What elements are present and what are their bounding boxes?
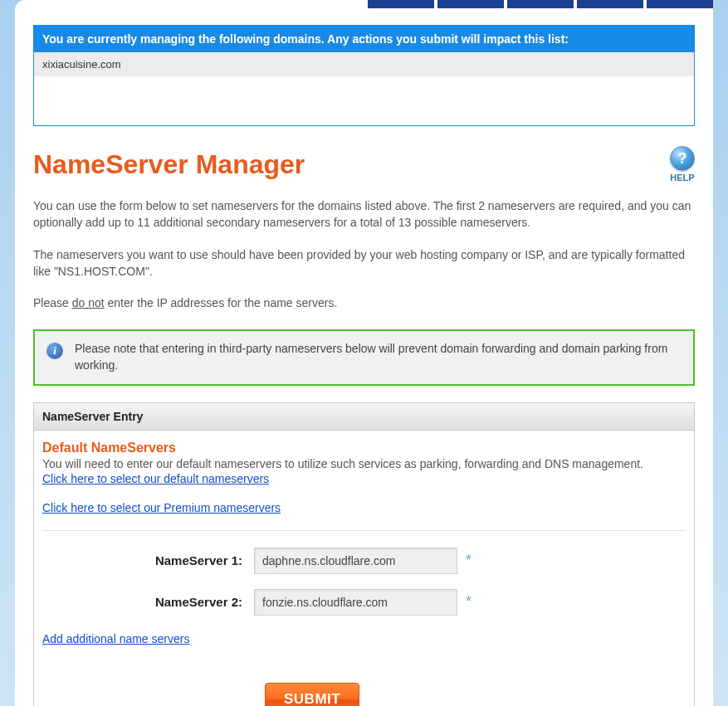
required-star-icon: * (466, 593, 471, 611)
page-title: NameServer Manager (33, 149, 305, 180)
intro-paragraph-1: You can use the form below to set namese… (33, 197, 695, 231)
managed-domains-banner: You are currently managing the following… (33, 25, 695, 126)
nameserver-1-label: NameServer 1: (42, 553, 254, 567)
default-nameservers-desc: You will need to enter our default names… (42, 457, 686, 470)
intro-p3-underlined: do not (72, 296, 105, 309)
entry-header: NameServer Entry (34, 403, 694, 431)
nameserver-entry-panel: NameServer Entry Default NameServers You… (33, 402, 695, 706)
nav-tab[interactable] (368, 0, 434, 8)
nav-tab[interactable] (507, 0, 574, 8)
banner-header: You are currently managing the following… (34, 26, 694, 52)
intro-p3-prefix: Please (33, 296, 72, 309)
help-icon[interactable]: ? (670, 146, 695, 171)
managed-domain-row: xixiacuisine.com (34, 52, 694, 76)
nameserver-row-1: NameServer 1: * (42, 548, 686, 574)
nameserver-1-input[interactable] (254, 548, 457, 574)
add-additional-nameservers-link[interactable]: Add additional name servers (42, 632, 189, 645)
intro-text: You can use the form below to set namese… (33, 197, 695, 311)
intro-p3-suffix: enter the IP addresses for the name serv… (105, 296, 338, 309)
intro-paragraph-3: Please do not enter the IP addresses for… (33, 295, 695, 311)
nameserver-2-input[interactable] (254, 589, 457, 616)
nav-tab[interactable] (577, 0, 643, 8)
select-default-nameservers-link[interactable]: Click here to select our default nameser… (42, 472, 269, 485)
nav-tab[interactable] (647, 0, 713, 8)
submit-button[interactable]: SUBMIT (265, 683, 359, 706)
info-icon: i (46, 343, 63, 359)
nav-tab[interactable] (437, 0, 504, 8)
default-nameservers-title: Default NameServers (42, 441, 686, 455)
divider (42, 530, 686, 531)
notice-text: Please note that entering in third-party… (75, 341, 682, 373)
intro-paragraph-2: The nameservers you want to use should h… (33, 246, 695, 280)
select-premium-nameservers-link[interactable]: Click here to select our Premium nameser… (42, 501, 281, 514)
nameserver-row-2: NameServer 2: * (42, 589, 686, 616)
nameserver-2-label: NameServer 2: (42, 595, 254, 609)
notice-box: i Please note that entering in third-par… (33, 329, 695, 385)
help-label[interactable]: HELP (670, 173, 695, 183)
top-nav-tabs (368, 0, 713, 8)
required-star-icon: * (466, 552, 471, 569)
